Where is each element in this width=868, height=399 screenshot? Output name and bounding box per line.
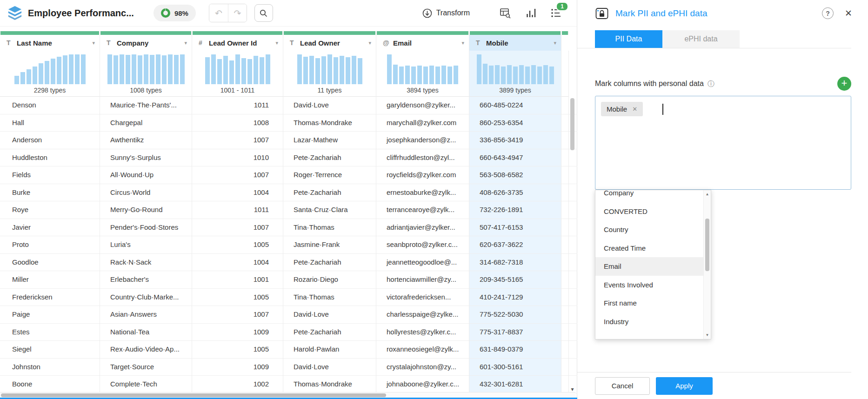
table-cell[interactable]: Tina·Thomas — [283, 219, 376, 237]
dropdown-item-email[interactable]: Email — [595, 257, 703, 276]
table-cell[interactable]: Target·Source — [100, 359, 192, 376]
table-cell[interactable]: Jasmine·Frank — [283, 236, 376, 254]
table-cell[interactable]: 775-522-5030 — [469, 306, 561, 324]
table-cell[interactable]: Lazar·Mathew — [283, 132, 376, 149]
stats-button[interactable] — [526, 8, 536, 18]
column-histogram[interactable]: 3894 types — [376, 51, 469, 96]
table-cell[interactable]: 336-856-3419 — [469, 132, 561, 149]
table-cell[interactable]: Asian·Answers — [100, 306, 192, 324]
dropdown-scroll-thumb[interactable] — [705, 219, 709, 271]
table-cell[interactable]: roxanneosiegel@zylk... — [376, 341, 469, 359]
table-cell[interactable]: Javier — [0, 219, 100, 237]
table-cell[interactable]: 1001 — [192, 271, 283, 289]
table-cell[interactable]: 660-643-4947 — [469, 149, 561, 167]
column-header[interactable]: TMobile▾ — [469, 35, 561, 51]
cancel-button[interactable]: Cancel — [595, 377, 650, 395]
tab-ephi-data[interactable]: ePHI data — [662, 30, 740, 48]
table-cell[interactable]: Proto — [0, 236, 100, 254]
table-cell[interactable]: crystalajohnston@zy... — [376, 359, 469, 376]
column-header[interactable]: @Email▾ — [376, 35, 469, 51]
table-cell[interactable]: charlesspaige@zylke... — [376, 306, 469, 324]
close-icon[interactable]: ✕ — [845, 8, 852, 19]
table-cell[interactable]: Circus·World — [100, 184, 192, 202]
table-cell[interactable]: 1005 — [192, 236, 283, 254]
column-header[interactable]: TCompany▾ — [100, 35, 192, 51]
selected-column-chip[interactable]: Mobile✕ — [601, 102, 643, 116]
table-cell[interactable]: Thomas·Mondrake — [283, 114, 376, 132]
table-cell[interactable]: 601-300-5161 — [469, 359, 561, 376]
table-cell[interactable]: Merry-Go-Round — [100, 201, 192, 219]
table-cell[interactable]: 631-849-0379 — [469, 341, 561, 359]
table-cell[interactable]: jeannetteogoodloe@... — [376, 254, 469, 272]
table-cell[interactable]: 1005 — [192, 341, 283, 359]
table-cell[interactable]: Chargepal — [100, 114, 192, 132]
table-horizontal-scrollbar[interactable] — [0, 392, 575, 398]
scroll-down-arrow-icon[interactable]: ▾ — [569, 386, 576, 392]
table-cell[interactable]: Luria's — [100, 236, 192, 254]
column-menu-caret-icon[interactable]: ▾ — [92, 40, 95, 46]
table-cell[interactable]: Hall — [0, 114, 100, 132]
table-cell[interactable]: Rozario·Diego — [283, 271, 376, 289]
table-cell[interactable]: National·Tea — [100, 324, 192, 341]
column-header[interactable]: TLead Owner▾ — [283, 35, 376, 51]
dropdown-item-country[interactable]: Country — [595, 220, 703, 239]
column-menu-caret-icon[interactable]: ▾ — [184, 40, 187, 46]
table-cell[interactable]: garyldenson@zylker... — [376, 97, 469, 114]
table-cell[interactable]: josephkanderson@z... — [376, 132, 469, 149]
table-cell[interactable]: Country·Club·Marke... — [100, 289, 192, 306]
column-histogram[interactable]: 11 types — [283, 51, 376, 96]
table-cell[interactable]: 1002 — [192, 376, 283, 393]
table-cell[interactable]: 1007 — [192, 219, 283, 237]
table-cell[interactable]: johnaboone@zylker.c... — [376, 376, 469, 393]
table-cell[interactable]: Maurice·The·Pants'... — [100, 97, 192, 114]
table-cell[interactable]: hortenciawmiller@zy... — [376, 271, 469, 289]
table-cell[interactable]: 1007 — [192, 166, 283, 184]
pipeline-steps-button[interactable]: 1 — [551, 8, 562, 18]
table-cell[interactable]: Burke — [0, 184, 100, 202]
table-cell[interactable]: adriantjavier@zylker... — [376, 219, 469, 237]
table-cell[interactable]: Roye — [0, 201, 100, 219]
column-menu-caret-icon[interactable]: ▾ — [461, 40, 464, 46]
tab-pii-data[interactable]: PII Data — [595, 30, 662, 48]
dropdown-item-created-time[interactable]: Created Time — [595, 239, 703, 258]
table-cell[interactable]: Rack·N·Sack — [100, 254, 192, 272]
table-cell[interactable]: All·Wound·Up — [100, 166, 192, 184]
dropdown-item-events-involved[interactable]: Events Involved — [595, 276, 703, 294]
table-cell[interactable]: 1009 — [192, 324, 283, 341]
column-menu-caret-icon[interactable]: ▾ — [368, 40, 371, 46]
table-cell[interactable]: 1004 — [192, 184, 283, 202]
table-cell[interactable]: 620-637-3622 — [469, 236, 561, 254]
transform-button[interactable]: Transform — [422, 8, 470, 18]
table-cell[interactable]: Harold·Pawlan — [283, 341, 376, 359]
table-cell[interactable]: David·Love — [283, 359, 376, 376]
add-column-button[interactable]: + — [837, 77, 851, 91]
table-cell[interactable]: Boone — [0, 376, 100, 393]
dropdown-scrollbar[interactable]: ▲ ▼ — [703, 190, 711, 339]
dropdown-item-converted[interactable]: CONVERTED — [595, 202, 703, 221]
column-histogram[interactable]: 1008 types — [100, 51, 192, 96]
apply-button[interactable]: Apply — [656, 377, 713, 395]
table-cell[interactable]: Huddleston — [0, 149, 100, 167]
table-cell[interactable]: Siegel — [0, 341, 100, 359]
column-histogram[interactable]: 1001 - 1011 — [192, 51, 283, 96]
table-cell[interactable]: Pete·Zachariah — [283, 254, 376, 272]
chip-remove-icon[interactable]: ✕ — [632, 106, 637, 113]
dropdown-item-first-name[interactable]: First name — [595, 294, 703, 313]
column-header[interactable]: TLast Name▾ — [0, 35, 100, 51]
dropdown-item-industry[interactable]: Industry — [595, 313, 703, 331]
table-cell[interactable]: 775-317-8837 — [469, 324, 561, 341]
table-cell[interactable]: David·Love — [283, 97, 376, 114]
table-cell[interactable]: Anderson — [0, 132, 100, 149]
table-cell[interactable]: cliffrhuddleston@zyl... — [376, 149, 469, 167]
table-cell[interactable]: 209-345-5165 — [469, 271, 561, 289]
dropdown-scroll-track[interactable] — [704, 198, 711, 331]
table-cell[interactable]: 732-226-1891 — [469, 201, 561, 219]
column-menu-caret-icon[interactable]: ▾ — [275, 40, 278, 46]
table-cell[interactable]: Thomas·Mondrake — [283, 376, 376, 393]
help-icon[interactable]: ? — [822, 7, 834, 19]
table-cell[interactable]: terrancearoye@zylk... — [376, 201, 469, 219]
table-cell[interactable]: 1009 — [192, 359, 283, 376]
table-cell[interactable]: 1011 — [192, 97, 283, 114]
table-cell[interactable]: Estes — [0, 324, 100, 341]
column-header[interactable]: #Lead Owner Id▾ — [192, 35, 283, 51]
